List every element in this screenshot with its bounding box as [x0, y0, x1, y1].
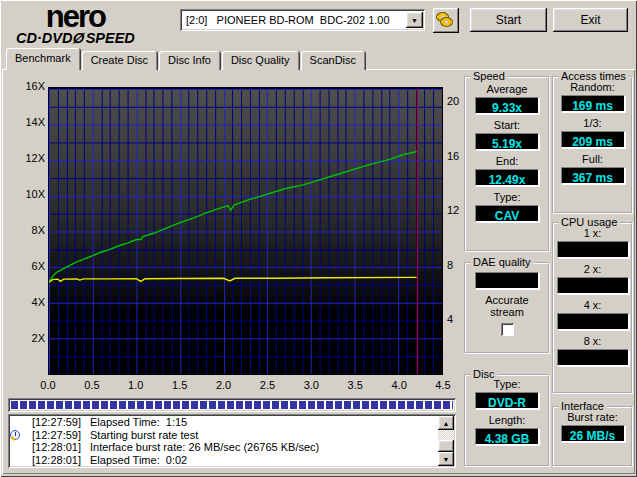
disc-length-display: 4.38 GB [475, 428, 539, 445]
log-timestamp: [12:28:01] [23, 441, 81, 453]
benchmark-chart [48, 87, 443, 375]
accurate-stream-label: stream [490, 306, 524, 318]
start-button[interactable]: Start [470, 8, 547, 32]
y-axis-left-tick-label: 6X [14, 260, 45, 272]
disc-info-button[interactable] [433, 8, 459, 33]
cpu-4x-label: 4 x: [584, 299, 602, 311]
accurate-stream-label: Accurate [485, 294, 528, 306]
tab-strip: Benchmark Create Disc Disc Info Disc Qua… [6, 48, 367, 70]
logo-nero-text: nero [16, 3, 135, 31]
cpu-1x-label: 1 x: [584, 227, 602, 239]
full-access-display: 367 ms [561, 167, 625, 184]
y-axis-left-tick-label: 14X [14, 116, 45, 128]
x-axis-tick-label: 2.0 [213, 379, 235, 391]
interface-group-title: Interface [558, 400, 607, 412]
one-third-access-display: 209 ms [561, 131, 625, 148]
log-message: Interface burst rate: 26 MB/sec (26765 K… [81, 441, 319, 453]
burst-rate-label: Burst rate: [567, 411, 618, 423]
dae-quality-display [475, 272, 539, 289]
cpu-4x-display [557, 313, 629, 330]
x-axis-tick-label: 4.5 [432, 379, 454, 391]
cpu-8x-label: 8 x: [584, 335, 602, 347]
accurate-stream-checkbox[interactable] [501, 323, 514, 336]
drive-selector-dropdown[interactable]: [2:0] PIONEER BD-ROM BDC-202 1.00 ▼ [180, 9, 425, 31]
scrollbar-up-arrow[interactable]: ▲ [438, 416, 454, 430]
cpu-2x-label: 2 x: [584, 263, 602, 275]
log-timestamp: [12:27:59] [23, 416, 81, 428]
speed-group-title: Speed [470, 70, 508, 82]
speed-group: Speed Average 9.33x Start: 5.19x End: 12… [464, 76, 550, 252]
tab-disc-quality[interactable]: Disc Quality [222, 51, 299, 70]
nero-cd-dvd-speed-window: nero CD·DVDØSPEED [2:0] PIONEER BD-ROM B… [0, 0, 637, 477]
random-access-label: Random: [570, 81, 615, 93]
exit-button[interactable]: Exit [553, 8, 628, 32]
scrollbar-thumb[interactable] [438, 440, 454, 452]
disc-icon [440, 17, 453, 27]
x-axis-tick-label: 1.5 [169, 379, 191, 391]
cpu-8x-display [557, 349, 629, 366]
start-speed-display: 5.19x [475, 133, 539, 150]
tab-scandisc[interactable]: ScanDisc [301, 51, 365, 70]
x-axis-tick-label: 0.5 [81, 379, 103, 391]
log-listbox[interactable]: [12:27:59] Elapsed Time: 1:15 [12:27:59]… [8, 414, 456, 468]
log-timestamp: [12:28:01] [23, 454, 81, 466]
tab-create-disc[interactable]: Create Disc [82, 51, 157, 70]
cpu-2x-display [557, 277, 629, 294]
log-row: [12:28:01] Elapsed Time: 0:02 [10, 454, 455, 467]
x-axis-tick-label: 3.5 [344, 379, 366, 391]
disc-type-display: DVD-R [475, 392, 539, 409]
log-row: [12:28:01] Interface burst rate: 26 MB/s… [10, 441, 455, 454]
disc-group: Disc Type: DVD-R Length: 4.38 GB [464, 374, 550, 467]
clock-icon [10, 430, 20, 440]
average-label: Average [487, 83, 528, 95]
end-label: End: [496, 155, 519, 167]
y-axis-left-tick-label: 12X [14, 152, 45, 164]
log-timestamp: [12:27:59] [23, 429, 81, 441]
log-row: [12:27:59] Elapsed Time: 1:15 [10, 416, 455, 429]
disc-group-title: Disc [470, 368, 497, 380]
tab-benchmark[interactable]: Benchmark [6, 48, 80, 70]
pen-icon: Ø [71, 31, 86, 45]
log-message: Elapsed Time: 0:02 [81, 454, 187, 466]
drive-selector-value: [2:0] PIONEER BD-ROM BDC-202 1.00 [180, 14, 406, 26]
x-axis-tick-label: 2.5 [256, 379, 278, 391]
average-speed-display: 9.33x [475, 97, 539, 114]
disc-length-label: Length: [489, 414, 526, 426]
access-times-group: Access times Random: 169 ms 1/3: 209 ms … [552, 76, 633, 214]
log-scrollbar[interactable]: ▲ ▼ [438, 416, 454, 466]
cpu-usage-group: CPU usage 1 x: 2 x: 4 x: 8 x: [552, 222, 633, 394]
speed-type-display: CAV [475, 205, 539, 222]
dae-quality-group-title: DAE quality [470, 256, 533, 268]
type-label: Type: [494, 191, 521, 203]
cpu-usage-group-title: CPU usage [558, 216, 620, 228]
burst-rate-display: 26 MB/s [561, 425, 625, 442]
one-third-access-label: 1/3: [583, 117, 601, 129]
progress-bar [8, 398, 456, 412]
interface-group: Interface Burst rate: 26 MB/s [552, 406, 633, 467]
y-axis-left-tick-label: 2X [14, 332, 45, 344]
progress-bar-fill [11, 401, 453, 409]
y-axis-left-tick-label: 8X [14, 224, 45, 236]
logo-cddvdspeed-text: CD·DVDØSPEED [16, 31, 135, 45]
dae-quality-group: DAE quality Accurate stream [464, 262, 550, 354]
random-access-display: 169 ms [561, 95, 625, 112]
x-axis-tick-label: 1.0 [125, 379, 147, 391]
y-axis-left-tick-label: 16X [14, 80, 45, 92]
log-row: [12:27:59] Starting burst rate test [10, 429, 455, 442]
x-axis-tick-label: 3.0 [300, 379, 322, 391]
y-axis-left-tick-label: 4X [14, 296, 45, 308]
disc-type-label: Type: [494, 378, 521, 390]
start-label: Start: [494, 119, 520, 131]
scrollbar-down-arrow[interactable]: ▼ [438, 452, 454, 466]
tab-disc-info[interactable]: Disc Info [159, 51, 220, 70]
access-times-group-title: Access times [558, 70, 629, 82]
log-message: Starting burst rate test [81, 429, 198, 441]
log-message: Elapsed Time: 1:15 [81, 416, 187, 428]
dropdown-arrow-icon[interactable]: ▼ [406, 12, 423, 28]
end-speed-display: 12.49x [475, 169, 539, 186]
x-axis-tick-label: 0.0 [37, 379, 59, 391]
nero-logo: nero CD·DVDØSPEED [16, 3, 135, 45]
full-access-label: Full: [582, 153, 603, 165]
cpu-1x-display [557, 241, 629, 258]
y-axis-left-tick-label: 10X [14, 188, 45, 200]
